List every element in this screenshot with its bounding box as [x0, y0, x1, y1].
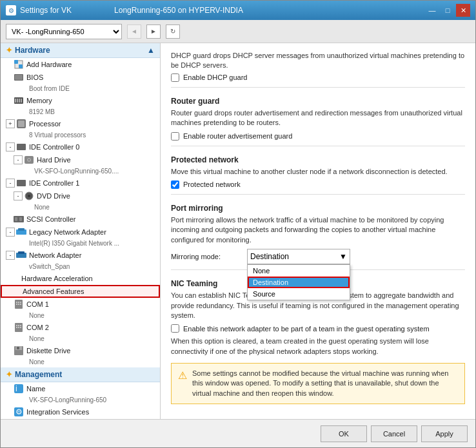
- management-label: Management: [15, 370, 62, 379]
- sidebar-item-legacy-nic[interactable]: - Legacy Network Adapter: [1, 226, 160, 239]
- name-sublabel: VK-SFO-LongRunning-650: [1, 395, 160, 405]
- dhcp-guard-desc: DHCP guard drops DHCP server messages fr…: [171, 51, 465, 71]
- dvd-expand[interactable]: -: [14, 191, 23, 200]
- diskette-sublabel: None: [1, 357, 160, 367]
- sidebar-item-adv-features[interactable]: Advanced Features: [1, 285, 160, 298]
- svg-point-27: [16, 302, 17, 303]
- com2-label: COM 2: [26, 324, 49, 331]
- legacy-nic-label: Legacy Network Adapter: [29, 228, 106, 236]
- close-button[interactable]: ✕: [456, 4, 470, 17]
- sidebar-item-nic[interactable]: - Network Adapter: [1, 249, 160, 262]
- sidebar-item-ide1[interactable]: - IDE Controller 1: [1, 177, 160, 190]
- left-panel: ✦ Hardware ▲ Add Hardware BIOS Boot from…: [1, 43, 161, 419]
- com2-sublabel: None: [1, 334, 160, 344]
- dhcp-guard-check-label[interactable]: Enable DHCP guard: [183, 73, 247, 81]
- processor-expand[interactable]: +: [6, 119, 15, 128]
- router-guard-title: Router guard: [171, 97, 465, 106]
- titlebar-left: ⚙ Settings for VK LongRunning-650 on HYP…: [6, 5, 243, 15]
- option-destination[interactable]: Destination: [248, 277, 350, 288]
- sidebar-item-memory[interactable]: Memory: [1, 94, 160, 107]
- nic-icon: [16, 250, 26, 260]
- titlebar-controls: — □ ✕: [425, 4, 470, 17]
- titlebar: ⚙ Settings for VK LongRunning-650 on HYP…: [1, 1, 475, 20]
- com1-icon: [14, 299, 24, 309]
- refresh-button[interactable]: ↻: [166, 24, 180, 39]
- apply-button[interactable]: Apply: [421, 425, 468, 442]
- hard-drive-expand[interactable]: -: [14, 155, 23, 164]
- sidebar-item-processor[interactable]: + Processor: [1, 117, 160, 130]
- mirroring-mode-value: Destination: [250, 252, 289, 261]
- minimize-button[interactable]: —: [425, 4, 439, 17]
- svg-point-29: [20, 302, 21, 303]
- router-guard-section: Router guard Router guard drops router a…: [171, 97, 465, 141]
- dhcp-guard-checkbox[interactable]: [171, 73, 179, 82]
- mirroring-mode-row: Mirroring mode: Destination ▼ None Desti…: [171, 249, 465, 264]
- router-guard-check-label[interactable]: Enable router advertisement guard: [183, 132, 292, 140]
- vm-dropdown[interactable]: VK- -LongRunning-650: [6, 24, 122, 39]
- hardware-label: Hardware: [15, 46, 50, 55]
- com1-sublabel: None: [1, 311, 160, 321]
- protected-network-checkbox[interactable]: [171, 180, 179, 189]
- maximize-button[interactable]: □: [441, 4, 455, 17]
- add-hardware-label: Add Hardware: [26, 61, 72, 68]
- management-section-header[interactable]: ✦ Management: [1, 367, 160, 382]
- option-source[interactable]: Source: [248, 288, 350, 300]
- sidebar-item-com2[interactable]: COM 2: [1, 321, 160, 334]
- ok-button[interactable]: OK: [321, 425, 367, 442]
- sidebar-item-dvd[interactable]: - DVD Drive: [1, 190, 160, 202]
- svg-rect-42: [17, 347, 19, 349]
- svg-point-39: [20, 327, 21, 328]
- titlebar-title-right: LongRunning-650 on HYPERV-INDIA: [114, 6, 243, 15]
- main-window: ⚙ Settings for VK LongRunning-650 on HYP…: [0, 0, 476, 448]
- hardware-section-header[interactable]: ✦ Hardware ▲: [1, 43, 160, 58]
- svg-text:i: i: [15, 384, 17, 393]
- option-none[interactable]: None: [248, 265, 350, 277]
- sidebar-item-scsi[interactable]: SCSI Controller: [1, 213, 160, 226]
- svg-rect-2: [19, 64, 23, 68]
- svg-rect-23: [18, 228, 25, 231]
- sidebar-item-name[interactable]: i Name: [1, 382, 160, 395]
- port-mirroring-desc: Port mirroring allows the network traffi…: [171, 215, 465, 245]
- svg-point-30: [16, 304, 17, 305]
- toolbar: VK- -LongRunning-650 ◄ ► ↻: [1, 20, 475, 43]
- cancel-button[interactable]: Cancel: [371, 425, 417, 442]
- protected-network-check-label[interactable]: Protected network: [183, 180, 241, 188]
- ide1-expand[interactable]: -: [6, 179, 15, 188]
- ide0-expand[interactable]: -: [6, 142, 15, 151]
- com1-label: COM 1: [26, 300, 49, 308]
- nic-teaming-check-label[interactable]: Enable this network adapter to be part o…: [183, 325, 430, 333]
- processor-sublabel: 8 Virtual processors: [1, 130, 160, 141]
- svg-rect-21: [19, 217, 22, 221]
- memory-sublabel: 8192 MB: [1, 107, 160, 117]
- sidebar-item-hard-drive[interactable]: - Hard Drive: [1, 153, 160, 166]
- dvd-sub-text: None: [34, 204, 50, 211]
- protected-network-check-row: Protected network: [171, 180, 465, 189]
- sidebar-item-com1[interactable]: COM 1: [1, 298, 160, 311]
- sidebar-item-ide0[interactable]: - IDE Controller 0: [1, 141, 160, 153]
- dhcp-guard-section: DHCP guard drops DHCP server messages fr…: [171, 51, 465, 82]
- protected-network-desc: Move this virtual machine to another clu…: [171, 167, 465, 177]
- hard-drive-label: Hard Drive: [37, 156, 71, 164]
- dvd-icon: [24, 191, 34, 201]
- legacy-nic-expand[interactable]: -: [6, 228, 15, 237]
- svg-rect-11: [18, 121, 25, 127]
- forward-button[interactable]: ►: [146, 24, 161, 39]
- bottom-bar: OK Cancel Apply: [1, 419, 475, 447]
- nic-teaming-checkbox[interactable]: [171, 324, 179, 333]
- sidebar-item-bios[interactable]: BIOS: [1, 71, 160, 84]
- back-button[interactable]: ◄: [127, 24, 141, 39]
- router-guard-checkbox[interactable]: [171, 132, 179, 141]
- svg-point-28: [18, 302, 19, 303]
- legacy-nic-icon: [16, 227, 26, 237]
- sidebar-item-diskette[interactable]: Diskette Drive: [1, 344, 160, 357]
- hard-drive-sub-text: VK-SFO-LongRunning-650....: [34, 168, 119, 175]
- sidebar-item-integration[interactable]: ⚙ Integration Services: [1, 405, 160, 418]
- sidebar-item-hw-accel[interactable]: Hardware Acceleration: [1, 272, 160, 285]
- processor-label: Processor: [29, 120, 61, 128]
- ide0-label: IDE Controller 0: [29, 143, 79, 151]
- mirroring-mode-select-display[interactable]: Destination ▼: [247, 249, 350, 264]
- sidebar-item-add-hardware[interactable]: Add Hardware: [1, 58, 160, 71]
- svg-point-35: [18, 325, 19, 326]
- nic-expand[interactable]: -: [6, 251, 15, 260]
- add-hardware-icon: [14, 59, 24, 70]
